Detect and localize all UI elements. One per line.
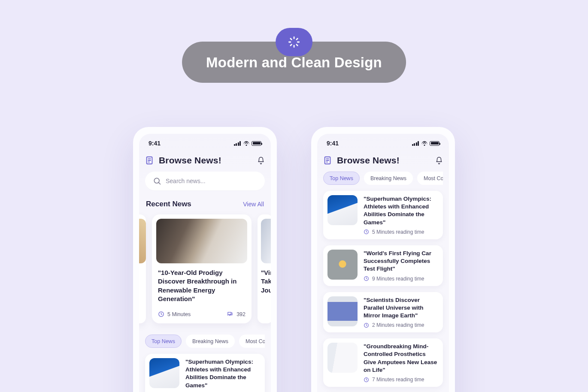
list-item-read-time: 2 Minutes reading time bbox=[372, 322, 424, 328]
status-bar: 9:41 bbox=[323, 140, 443, 152]
card-image bbox=[156, 219, 247, 263]
phone-mock-right: 9:41 Browse News! Top News Breaking News… bbox=[311, 127, 455, 392]
news-list: "Superhuman Olympics: Athletes with Enha… bbox=[145, 354, 265, 392]
wifi-icon bbox=[243, 141, 249, 146]
tab-row[interactable]: Top News Breaking News Most Comment M bbox=[323, 172, 443, 185]
section-title: Recent News bbox=[146, 200, 191, 208]
list-item-title: "World's First Flying Car Successfully C… bbox=[364, 250, 439, 273]
wifi-icon bbox=[421, 141, 427, 146]
list-thumb bbox=[327, 195, 358, 225]
view-all-link[interactable]: View All bbox=[243, 201, 264, 208]
recent-news-carousel[interactable]: "10-Year-Old Prodigy Discover Breakthrou… bbox=[139, 214, 265, 325]
status-bar: 9:41 bbox=[145, 140, 265, 152]
list-item-title: "Superhuman Olympics: Athletes with Enha… bbox=[364, 195, 439, 226]
tab-top-news[interactable]: Top News bbox=[323, 172, 360, 185]
svg-line-13 bbox=[159, 183, 161, 184]
battery-icon bbox=[430, 141, 439, 146]
list-item[interactable]: "Superhuman Olympics: Athletes with Enha… bbox=[145, 354, 265, 392]
page-title: Browse News! bbox=[337, 155, 400, 166]
carousel-card[interactable]: "10-Year-Old Prodigy Discover Breakthrou… bbox=[152, 214, 252, 323]
signal-icon bbox=[234, 141, 241, 146]
news-list: "Superhuman Olympics: Athletes with Enha… bbox=[323, 191, 443, 392]
card-comment-count: 392 bbox=[236, 311, 246, 317]
card-title: "10-Year-Old Prodigy Discover Breakthrou… bbox=[158, 268, 246, 303]
svg-line-3 bbox=[297, 45, 297, 45]
tab-most-comment[interactable]: Most Comment bbox=[239, 335, 265, 348]
app-header: Browse News! bbox=[323, 155, 443, 166]
loading-icon bbox=[276, 28, 312, 56]
tab-row[interactable]: Top News Breaking News Most Comment M bbox=[145, 335, 265, 348]
phone-mock-left: 9:41 Browse News! Search news... Recent … bbox=[133, 127, 277, 392]
search-icon bbox=[153, 177, 161, 185]
clock-icon bbox=[364, 377, 369, 383]
tab-top-news[interactable]: Top News bbox=[145, 335, 182, 348]
list-item-title: "Scientists Discover Parallel Universe w… bbox=[364, 296, 439, 320]
clock-icon bbox=[158, 311, 164, 317]
list-thumb bbox=[149, 358, 179, 388]
list-thumb bbox=[327, 296, 358, 326]
list-item-read-time: 7 Minutes reading time bbox=[372, 377, 424, 383]
bell-icon[interactable] bbox=[257, 156, 265, 165]
carousel-card-prev[interactable] bbox=[139, 214, 146, 323]
svg-line-6 bbox=[291, 45, 291, 45]
status-time: 9:41 bbox=[149, 140, 161, 147]
tab-most-comment[interactable]: Most Comment bbox=[417, 172, 443, 185]
list-item-title: "Superhuman Olympics: Athletes with Enha… bbox=[185, 358, 261, 389]
battery-icon bbox=[252, 141, 261, 146]
list-thumb bbox=[327, 250, 358, 280]
list-item[interactable]: "Scientists Discover Parallel Universe w… bbox=[323, 292, 443, 333]
list-thumb bbox=[327, 343, 358, 373]
tab-breaking-news[interactable]: Breaking News bbox=[364, 172, 413, 185]
card-read-time: 5 Minutes bbox=[167, 311, 191, 317]
svg-line-7 bbox=[297, 39, 297, 39]
page-header: Modern and Clean Design bbox=[182, 28, 406, 83]
list-item[interactable]: "World's First Flying Car Successfully C… bbox=[323, 245, 443, 286]
clock-icon bbox=[364, 229, 369, 235]
list-item-read-time: 5 Minutes reading time bbox=[372, 229, 424, 235]
signal-icon bbox=[412, 141, 419, 146]
carousel-card-next[interactable]: "Vir Tak Jou bbox=[258, 214, 271, 323]
page-title: Browse News! bbox=[159, 155, 221, 166]
bell-icon[interactable] bbox=[435, 156, 443, 165]
clock-icon bbox=[364, 276, 369, 281]
comments-icon bbox=[227, 311, 233, 317]
search-placeholder: Search news... bbox=[166, 178, 206, 184]
newspaper-icon bbox=[323, 156, 333, 165]
clock-icon bbox=[364, 323, 369, 328]
status-time: 9:41 bbox=[327, 140, 339, 147]
list-item-read-time: 9 Minutes reading time bbox=[372, 276, 424, 282]
card-title-peek: "Vir Tak Jou bbox=[261, 268, 271, 295]
list-item[interactable]: "Groundbreaking Mind-Controlled Prosthet… bbox=[323, 338, 443, 387]
svg-point-12 bbox=[154, 178, 159, 183]
tab-breaking-news[interactable]: Breaking News bbox=[186, 335, 235, 348]
list-item-title: "Groundbreaking Mind-Controlled Prosthet… bbox=[364, 343, 439, 374]
search-input[interactable]: Search news... bbox=[145, 172, 265, 190]
newspaper-icon bbox=[145, 156, 155, 165]
list-item[interactable]: "Superhuman Olympics: Athletes with Enha… bbox=[323, 191, 443, 239]
app-header: Browse News! bbox=[145, 155, 265, 166]
svg-line-2 bbox=[291, 39, 291, 39]
